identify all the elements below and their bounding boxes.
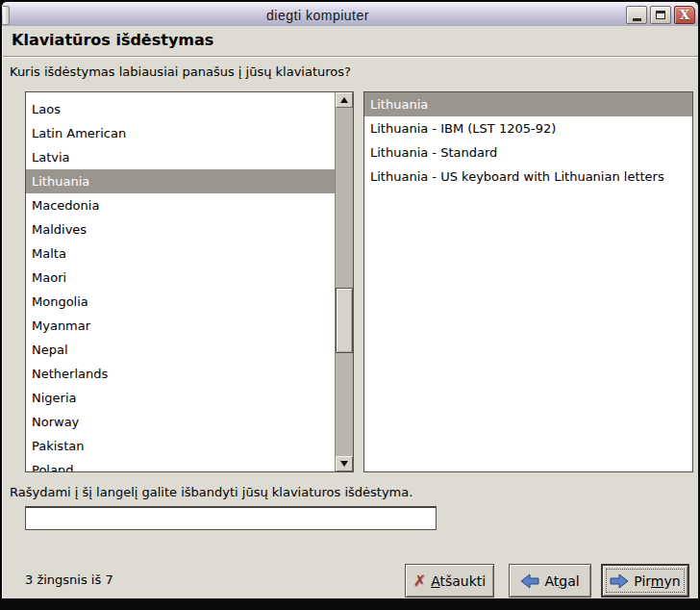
list-item-mongolia[interactable]: Mongolia <box>26 290 335 314</box>
maximize-icon <box>656 11 665 19</box>
back-arrow-icon <box>520 573 539 589</box>
minimize-button[interactable] <box>626 6 647 24</box>
client-area: Klaviatūros išdėstymas Kuris išdėstymas … <box>2 26 698 598</box>
scrollbar-trough[interactable] <box>336 108 353 456</box>
page-title: Klaviatūros išdėstymas <box>12 31 213 49</box>
list-item-latvia[interactable]: Latvia <box>26 145 335 169</box>
close-button[interactable]: X <box>674 6 695 24</box>
window-controls: X <box>626 6 695 24</box>
window-title: diegti kompiuter <box>10 8 626 23</box>
heading-separator <box>3 56 698 58</box>
list-item-myanmar[interactable]: Myanmar <box>26 314 335 338</box>
scroll-up-button[interactable] <box>336 92 353 108</box>
installer-window: diegti kompiuter X Klaviatūros išdėstyma… <box>0 0 700 610</box>
list-item-lithuania-ibm-lst-1205-92[interactable]: Lithuania - IBM (LST 1205-92) <box>364 116 692 140</box>
scroll-up-icon <box>340 97 348 103</box>
list-item-nigeria[interactable]: Nigeria <box>26 386 335 410</box>
list-item-poland-partial[interactable]: Poland <box>26 458 335 471</box>
list-item-macedonia[interactable]: Macedonia <box>26 193 335 217</box>
scroll-down-icon <box>340 461 348 467</box>
list-item-lithuania-us-keyboard-with-lithuanian-letters[interactable]: Lithuania - US keyboard with Lithuanian … <box>364 165 692 189</box>
variant-list: LithuaniaLithuania - IBM (LST 1205-92)Li… <box>363 91 693 472</box>
list-item-netherlands[interactable]: Netherlands <box>26 362 335 386</box>
list-item-norway[interactable]: Norway <box>26 410 335 434</box>
country-list-rows: Kyrgyzstan LaosLatin AmericanLatviaLithu… <box>26 92 335 471</box>
list-item-lithuania-standard[interactable]: Lithuania - Standard <box>364 140 692 165</box>
list-item-maori[interactable]: Maori <box>26 266 335 290</box>
scroll-down-button[interactable] <box>336 456 353 471</box>
list-item-malta[interactable]: Malta <box>26 241 335 266</box>
window-menu-icon[interactable] <box>3 6 10 25</box>
country-list: Kyrgyzstan LaosLatin AmericanLatviaLithu… <box>25 91 354 472</box>
back-button[interactable]: Atgal <box>509 564 591 597</box>
cancel-button[interactable]: ✗ Atšaukti <box>405 564 494 597</box>
variant-list-rows: LithuaniaLithuania - IBM (LST 1205-92)Li… <box>364 92 692 189</box>
list-item-lithuania[interactable]: Lithuania <box>26 169 335 193</box>
back-button-label: Atgal <box>544 573 579 589</box>
list-item-laos[interactable]: Laos <box>26 97 335 121</box>
question-label: Kuris išdėstymas labiausiai panašus į jū… <box>10 64 351 79</box>
step-status: 3 žingsnis iš 7 <box>25 572 113 587</box>
keyboard-test-label: Rašydami į šį langelį galite išbandyti j… <box>10 485 412 499</box>
maximize-button[interactable] <box>650 6 671 24</box>
forward-button[interactable]: Pirmyn <box>601 564 689 597</box>
minimize-icon <box>633 18 641 21</box>
cancel-button-label: Atšaukti <box>431 573 486 589</box>
cancel-x-icon: ✗ <box>413 573 426 589</box>
list-item-latin-american[interactable]: Latin American <box>26 121 335 145</box>
list-item-pakistan[interactable]: Pakistan <box>26 434 335 458</box>
scrollbar-thumb[interactable] <box>336 288 353 353</box>
titlebar[interactable]: diegti kompiuter X <box>2 2 698 27</box>
list-item-nepal[interactable]: Nepal <box>26 338 335 362</box>
forward-button-label: Pirmyn <box>634 573 680 589</box>
list-item-maldives[interactable]: Maldives <box>26 217 335 241</box>
close-icon: X <box>680 9 689 21</box>
forward-arrow-icon <box>610 573 629 589</box>
keyboard-test-input[interactable] <box>25 506 437 530</box>
list-item-lithuania[interactable]: Lithuania <box>364 92 692 116</box>
country-list-scrollbar[interactable] <box>335 92 353 471</box>
